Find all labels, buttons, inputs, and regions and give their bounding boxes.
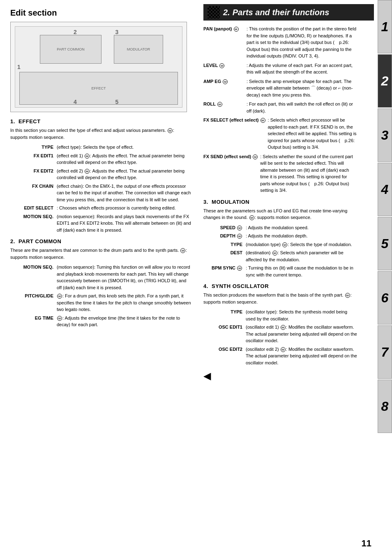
tab-8[interactable]: 8 (378, 380, 392, 433)
term-type-mod: TYPE (modulation type) ω: Selects the ty… (203, 241, 357, 248)
term-motion-seq-effect: MOTION SEQ. (motion sequence): Records a… (10, 213, 191, 234)
checker-pattern (208, 6, 220, 18)
pitch-glide-icon: ω (57, 294, 62, 299)
diagram-label-2: 2 (74, 29, 77, 35)
level-icon: ω (219, 63, 224, 68)
left-column: Edit section PART COMMON MODULATOR EFFEC… (0, 0, 197, 555)
term-pan: PAN (panpot) ω : This controls the posit… (203, 25, 357, 60)
roll-icon: ω (217, 102, 222, 107)
tab-7[interactable]: 7 (378, 325, 392, 379)
bpm-sync-icon: ω (237, 266, 242, 271)
osc-edit2-icon: ω (281, 347, 286, 352)
section-part-common: 2. PART COMMON These are the parameters … (10, 238, 191, 328)
term-edit-select: EDIT SELECT : Chooses which effects proc… (10, 205, 191, 212)
term-fx-send: FX SEND (effect send) ω : Selects whethe… (203, 153, 357, 194)
term-pitch-glide: PITCH/GLIDE ω: For a drum part, this kno… (10, 292, 191, 313)
term-bpm-sync: BPM SYNC ω : Turning this on (lit) will … (203, 265, 357, 278)
term-dest: DEST (destination) ω: Selects which para… (203, 249, 357, 263)
eg-time-icon: ω (57, 316, 62, 321)
section-synth-osc-title: 4. SYNTH OSCILLATOR (203, 283, 357, 289)
diagram-label-3: 3 (115, 29, 119, 35)
term-fx-select: FX SELECT (effect select) ω : Selects wh… (203, 117, 357, 151)
term-amp-eg: AMP EG ω : Selects the amp envelope shap… (203, 78, 357, 99)
tab-2[interactable]: 2 (378, 54, 392, 108)
osc-edit1-icon: ω (281, 325, 286, 330)
fx-edit2-icon: ω (85, 169, 90, 174)
dest-icon: ω (272, 251, 277, 256)
term-roll: ROLL ω : For each part, this will switch… (203, 101, 357, 114)
term-fx-edit1: FX EDIT1 (effect edit 1) ω: Adjusts the … (10, 152, 191, 166)
section-modulation-title: 3. MODULATION (203, 199, 357, 205)
section-part-common-intro: These are the parameters that are common… (10, 247, 191, 260)
diagram-label-1: 1 (17, 64, 21, 70)
motion-seq-icon: ω (168, 128, 173, 133)
diagram-area: PART COMMON MODULATOR EFFECT 1 2 3 4 5 (10, 22, 187, 112)
right-column: 2. Parts and their functions PAN (panpot… (197, 0, 378, 555)
tab-3[interactable]: 3 (378, 108, 392, 162)
section-part-common-title: 2. PART COMMON (10, 238, 191, 244)
tab-4[interactable]: 4 (378, 163, 392, 216)
section-synth-osc: 4. SYNTH OSCILLATOR This section produce… (203, 283, 357, 366)
right-col-content: PAN (panpot) ω : This controls the posit… (203, 25, 374, 382)
term-type-osc: TYPE (oscillator type): Selects the synt… (203, 309, 357, 322)
mod-icon: ω (249, 215, 254, 220)
term-osc-edit2: OSC EDIT2 (oscillator edit 2) ω: Modifie… (203, 346, 357, 366)
synth-osc-icon: ω (345, 293, 350, 298)
right-column-header: 2. Parts and their functions (203, 4, 374, 21)
speed-icon: ω (237, 226, 242, 230)
side-tabs: 1 2 3 4 5 6 7 8 (378, 0, 392, 555)
term-fx-edit2: FX EDIT2 (effect edit 2) ω: Adjusts the … (10, 168, 191, 181)
term-type: TYPE (effect type): Selects the type of … (10, 144, 191, 151)
fx-edit1-icon: ω (85, 154, 90, 159)
term-level: LEVEL ω : Adjusts the volume of each par… (203, 62, 357, 76)
header-title: Parts and their functions (233, 8, 330, 17)
section-synth-osc-intro: This section produces the waveform that … (203, 292, 357, 305)
page-container: Edit section PART COMMON MODULATOR EFFEC… (0, 0, 392, 555)
fx-send-icon: ω (253, 154, 258, 159)
section-effect-title: 1. EFFECT (10, 118, 191, 124)
diagram-label-4: 4 (74, 99, 77, 105)
type-mod-icon: ω (282, 242, 287, 247)
tab-5[interactable]: 5 (378, 217, 392, 270)
term-speed: SPEED ω : Adjusts the modulation speed. (203, 224, 357, 231)
header-number: 2. (223, 8, 230, 17)
amp-eg-icon: ω (223, 79, 228, 84)
term-fx-chain: FX CHAIN (effect chain): On the EMX-1, t… (10, 183, 191, 203)
tab-1[interactable]: 1 (378, 0, 392, 53)
term-osc-edit1: OSC EDIT1 (oscillator edit 1) ω: Modifie… (203, 324, 357, 344)
edit-section-title: Edit section (10, 8, 191, 18)
term-eg-time: EG TIME ω: Adjusts the envelope time (th… (10, 315, 191, 328)
fx-select-icon: ω (261, 118, 265, 123)
pan-icon: ω (234, 27, 239, 32)
diagram-label-5: 5 (115, 99, 119, 105)
part-common-icon: ω (180, 248, 185, 253)
depth-icon: ω (237, 234, 242, 239)
section-modulation-intro: These are the parameters such as LFO and… (203, 207, 357, 221)
section-modulation: 3. MODULATION These are the parameters s… (203, 199, 357, 279)
bottom-arrow: ◀ (203, 370, 357, 382)
term-motion-seq-part: MOTION SEQ. (motion sequence): Turning t… (10, 264, 191, 291)
term-depth: DEPTH ω : Adjusts the modulation depth. (203, 233, 357, 240)
section-effect-intro: In this section you can select the type … (10, 127, 191, 140)
tab-6[interactable]: 6 (378, 271, 392, 325)
section-effect: 1. EFFECT In this section you can select… (10, 118, 191, 233)
page-number: 11 (362, 538, 371, 549)
